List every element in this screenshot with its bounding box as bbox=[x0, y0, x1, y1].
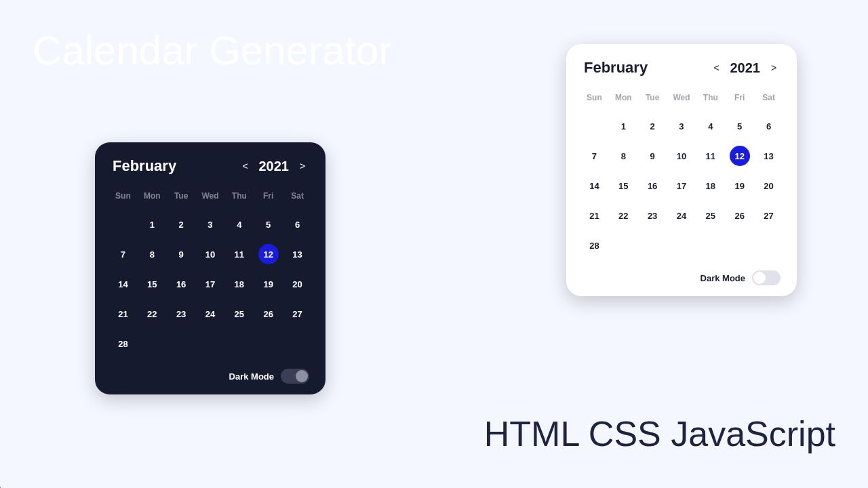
day-cell[interactable]: 22 bbox=[138, 301, 167, 327]
day-cell[interactable]: 20 bbox=[283, 271, 312, 297]
day-cell[interactable]: 27 bbox=[283, 301, 312, 327]
calendar-header: February < 2021 > bbox=[580, 59, 783, 83]
prev-year-button[interactable]: < bbox=[240, 161, 251, 171]
day-cell[interactable]: 11 bbox=[696, 143, 725, 169]
day-cell[interactable]: 15 bbox=[609, 173, 638, 199]
day-cell[interactable]: 16 bbox=[638, 173, 667, 199]
day-cell[interactable]: 23 bbox=[167, 301, 196, 327]
day-cell[interactable]: 22 bbox=[609, 203, 638, 228]
day-cell[interactable]: 25 bbox=[224, 301, 254, 327]
weekday-header: Sun bbox=[580, 87, 609, 109]
day-cell[interactable]: 18 bbox=[696, 173, 725, 199]
day-cell[interactable]: 24 bbox=[196, 301, 225, 327]
calendar-dark: February < 2021 > SunMonTueWedThuFriSat1… bbox=[95, 142, 326, 394]
day-number: 20 bbox=[288, 274, 308, 294]
dark-mode-label: Dark Mode bbox=[701, 273, 745, 283]
day-cell[interactable]: 5 bbox=[254, 211, 283, 237]
day-cell[interactable]: 9 bbox=[167, 241, 196, 267]
day-cell[interactable]: 12 bbox=[725, 143, 754, 169]
day-cell[interactable]: 26 bbox=[725, 203, 754, 228]
day-cell[interactable]: 3 bbox=[196, 211, 225, 237]
day-cell[interactable]: 15 bbox=[138, 271, 167, 297]
day-cell[interactable]: 5 bbox=[725, 113, 754, 139]
day-number: 21 bbox=[113, 304, 133, 324]
day-number: 14 bbox=[113, 274, 133, 294]
day-number: 28 bbox=[113, 333, 133, 354]
day-cell[interactable]: 21 bbox=[580, 203, 609, 228]
day-cell[interactable]: 20 bbox=[754, 173, 783, 199]
day-number: 25 bbox=[229, 304, 250, 324]
day-cell[interactable]: 25 bbox=[696, 203, 725, 228]
day-cell[interactable]: 7 bbox=[580, 143, 609, 169]
day-number: 8 bbox=[142, 244, 162, 264]
day-cell[interactable]: 13 bbox=[754, 143, 783, 169]
day-number: 5 bbox=[730, 116, 750, 136]
day-cell[interactable]: 6 bbox=[754, 113, 783, 139]
day-cell[interactable]: 4 bbox=[224, 211, 254, 237]
day-cell[interactable]: 19 bbox=[725, 173, 754, 199]
day-cell[interactable]: 14 bbox=[108, 271, 138, 297]
day-cell[interactable]: 27 bbox=[754, 203, 783, 228]
day-cell[interactable]: 4 bbox=[696, 113, 725, 139]
day-number: 22 bbox=[142, 304, 162, 324]
day-number: 6 bbox=[759, 116, 779, 136]
day-number: 15 bbox=[142, 274, 162, 294]
day-cell[interactable]: 2 bbox=[638, 113, 667, 139]
day-cell[interactable]: 6 bbox=[283, 211, 312, 237]
dark-mode-toggle[interactable] bbox=[752, 270, 781, 285]
day-cell[interactable]: 10 bbox=[196, 241, 225, 267]
day-cell[interactable]: 23 bbox=[638, 203, 667, 228]
day-number: 17 bbox=[200, 274, 220, 294]
day-number: 14 bbox=[584, 176, 604, 196]
day-number: 18 bbox=[229, 274, 250, 294]
day-cell[interactable]: 17 bbox=[196, 271, 225, 297]
day-cell[interactable]: 2 bbox=[167, 211, 196, 237]
day-number: 3 bbox=[200, 214, 220, 235]
day-cell[interactable]: 21 bbox=[108, 301, 138, 327]
year-label: 2021 bbox=[259, 159, 290, 174]
day-number: 25 bbox=[701, 205, 721, 226]
day-cell[interactable]: 28 bbox=[580, 232, 609, 258]
day-number: 26 bbox=[730, 205, 750, 226]
day-cell[interactable]: 19 bbox=[254, 271, 283, 297]
page-subtitle: HTML CSS JavaScript bbox=[484, 413, 835, 454]
dark-mode-toggle[interactable] bbox=[281, 369, 309, 384]
day-number: 6 bbox=[288, 214, 308, 235]
day-cell[interactable]: 16 bbox=[167, 271, 196, 297]
day-cell[interactable]: 17 bbox=[667, 173, 696, 199]
next-year-button[interactable]: > bbox=[297, 161, 308, 171]
day-cell[interactable]: 9 bbox=[638, 143, 667, 169]
weekday-header: Tue bbox=[638, 87, 667, 109]
month-label: February bbox=[113, 157, 176, 175]
day-cell[interactable]: 28 bbox=[108, 331, 138, 357]
day-cell[interactable]: 3 bbox=[667, 113, 696, 139]
day-number: 17 bbox=[671, 176, 692, 196]
day-cell[interactable]: 14 bbox=[580, 173, 609, 199]
day-cell[interactable]: 1 bbox=[138, 211, 167, 237]
day-number: 10 bbox=[671, 146, 692, 166]
day-cell[interactable]: 11 bbox=[224, 241, 254, 267]
day-number: 21 bbox=[584, 205, 604, 226]
day-cell[interactable]: 8 bbox=[138, 241, 167, 267]
day-number: 27 bbox=[288, 304, 308, 324]
day-cell[interactable]: 7 bbox=[108, 241, 138, 267]
day-number: 16 bbox=[642, 176, 663, 196]
weekday-header: Sat bbox=[754, 87, 783, 109]
prev-year-button[interactable]: < bbox=[711, 62, 722, 73]
day-cell[interactable]: 18 bbox=[224, 271, 254, 297]
day-cell[interactable]: 13 bbox=[283, 241, 312, 267]
calendar-header: February < 2021 > bbox=[108, 157, 312, 182]
next-year-button[interactable]: > bbox=[768, 62, 779, 73]
day-number: 12 bbox=[258, 244, 279, 264]
day-cell[interactable]: 12 bbox=[254, 241, 283, 267]
day-cell[interactable]: 24 bbox=[667, 203, 696, 228]
day-number: 16 bbox=[171, 274, 191, 294]
day-number: 28 bbox=[584, 235, 604, 256]
calendar-footer: Dark Mode bbox=[108, 369, 312, 384]
weekday-header: Sun bbox=[108, 186, 138, 207]
day-cell[interactable]: 1 bbox=[609, 113, 638, 139]
day-cell[interactable]: 26 bbox=[254, 301, 283, 327]
dark-mode-label: Dark Mode bbox=[229, 371, 274, 382]
day-cell[interactable]: 10 bbox=[667, 143, 696, 169]
day-cell[interactable]: 8 bbox=[609, 143, 638, 169]
